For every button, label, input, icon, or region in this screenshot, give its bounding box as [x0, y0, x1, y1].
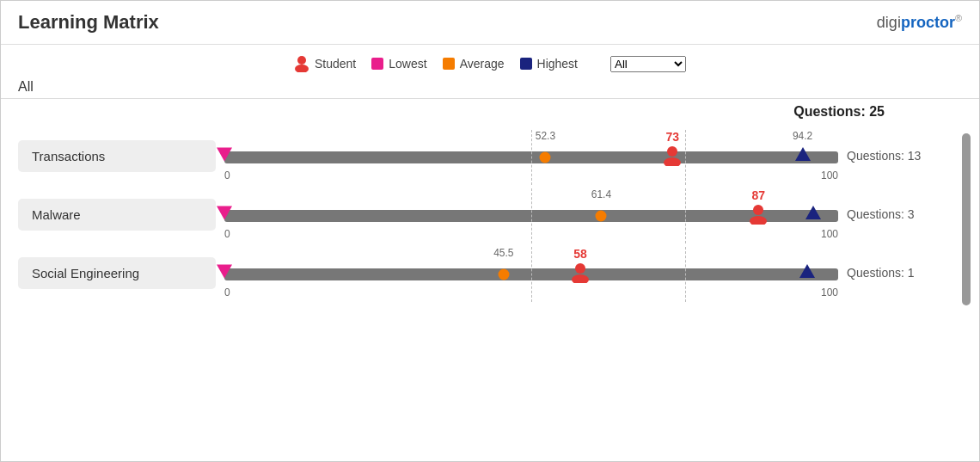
svg-point-1 [295, 65, 309, 72]
svg-point-6 [575, 263, 585, 274]
questions-count-social: Questions: 1 [847, 266, 959, 280]
logo-digi: digi [877, 14, 901, 31]
axis-labels-social: 0 100 [224, 286, 838, 299]
circle-avg-icon [498, 269, 509, 280]
dropdown-wrap[interactable]: All Category 1 Category 2 [610, 56, 686, 72]
questions-count-malware: Questions: 3 [847, 207, 959, 221]
bar-section-transactions: 52.3 73 94.2 [224, 130, 838, 182]
row-label-box: Social Engineering [18, 257, 216, 289]
highest-marker-social [799, 271, 815, 278]
student-marker-malware [749, 204, 768, 228]
table-row: Social Engineering 45.5 58 [18, 247, 959, 299]
highest-marker-malware [805, 213, 821, 219]
bar-track [224, 210, 838, 222]
svg-point-7 [572, 274, 589, 283]
bar-section-malware: 61.4 87 [224, 188, 838, 240]
highest-legend-icon [520, 58, 532, 70]
svg-point-0 [297, 56, 306, 65]
chart-area: Transactions 52.3 73 94.2 [18, 121, 959, 461]
table-row: Transactions 52.3 73 94.2 [18, 130, 959, 182]
axis-max-social: 100 [821, 286, 838, 299]
student-icon [749, 204, 768, 225]
triangle-up-icon [795, 147, 811, 161]
circle-avg-icon [596, 211, 607, 222]
circle-avg-icon [540, 152, 551, 163]
table-row: Malware 61.4 87 [18, 188, 959, 240]
lowest-legend-icon [371, 58, 383, 70]
sub-filter-label: All [1, 76, 979, 99]
student-legend-icon [294, 55, 309, 72]
student-label-social: 58 [573, 247, 587, 261]
bar-value-labels: 61.4 87 [224, 188, 838, 207]
lowest-marker-malware [217, 213, 232, 220]
axis-min-transactions: 0 [224, 169, 230, 182]
svg-point-2 [667, 146, 677, 157]
row-label-social: Social Engineering [18, 257, 216, 289]
questions-count-transactions: Questions: 13 [847, 149, 959, 163]
avg-label-transactions: 52.3 [536, 130, 555, 142]
highest-marker-transactions [795, 154, 811, 161]
student-label-malware: 87 [751, 188, 765, 202]
legend-student: Student [294, 55, 356, 72]
bar-track-wrap [224, 207, 838, 225]
scrollbar[interactable] [962, 133, 971, 305]
bar-track-wrap [224, 149, 838, 166]
logo: digiproctor® [877, 13, 962, 32]
logo-reg: ® [955, 13, 962, 23]
axis-min-malware: 0 [224, 228, 230, 240]
student-icon [571, 262, 590, 283]
row-label-transactions: Transactions [18, 140, 216, 172]
axis-max-transactions: 100 [821, 169, 838, 182]
student-marker-transactions [663, 145, 682, 169]
legend-average: Average [443, 57, 505, 71]
row-label-malware: Malware [18, 199, 216, 231]
questions-total: Questions: 25 [1, 99, 979, 121]
legend-student-label: Student [315, 57, 356, 71]
row-label-box: Transactions [18, 140, 216, 172]
triangle-down-icon [217, 148, 232, 162]
triangle-up-icon [805, 206, 821, 219]
bar-track [224, 268, 838, 280]
axis-min-social: 0 [224, 286, 230, 299]
triangle-down-icon [217, 265, 232, 279]
svg-point-5 [750, 216, 767, 225]
bar-track-wrap [224, 266, 838, 283]
legend-highest-label: Highest [537, 57, 578, 71]
bar-track [224, 151, 838, 163]
lowest-marker-social [217, 271, 232, 279]
legend-highest: Highest [520, 57, 578, 71]
legend-average-label: Average [460, 57, 505, 71]
average-marker-malware [596, 211, 607, 222]
average-legend-icon [443, 58, 455, 70]
axis-labels-transactions: 0 100 [224, 169, 838, 182]
average-marker-transactions [540, 152, 551, 163]
highest-label-transactions: 94.2 [793, 130, 812, 142]
svg-point-3 [664, 157, 681, 166]
legend-lowest: Lowest [371, 57, 426, 71]
student-icon [663, 145, 682, 166]
page-title: Learning Matrix [18, 11, 159, 34]
student-label-transactions: 73 [665, 130, 679, 144]
axis-labels-malware: 0 100 [224, 228, 838, 240]
lowest-marker-transactions [217, 154, 232, 162]
row-label-box: Malware [18, 199, 216, 231]
bar-value-labels: 52.3 73 94.2 [224, 130, 838, 149]
legend-lowest-label: Lowest [389, 57, 426, 71]
triangle-down-icon [217, 206, 232, 220]
filter-dropdown[interactable]: All Category 1 Category 2 [610, 56, 686, 72]
avg-label-malware: 61.4 [591, 188, 611, 200]
avg-label-social: 45.5 [493, 247, 513, 259]
axis-max-malware: 100 [821, 228, 838, 240]
student-marker-social [571, 262, 590, 286]
svg-point-4 [753, 205, 763, 215]
average-marker-social [498, 269, 509, 280]
triangle-up-icon [799, 264, 815, 278]
bar-section-social: 45.5 58 [224, 247, 838, 299]
logo-proctor: proctor [901, 14, 955, 31]
bar-value-labels: 45.5 58 [224, 247, 838, 266]
